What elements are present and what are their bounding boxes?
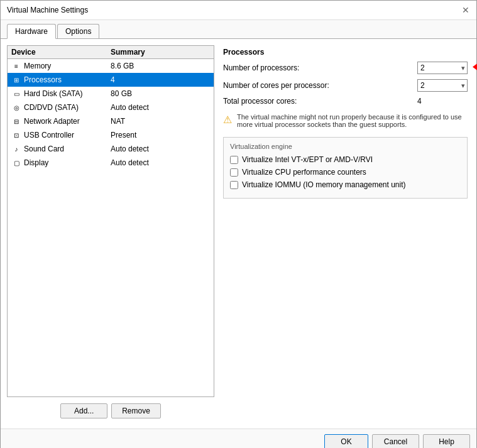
virt-option1-row: Virtualize Intel VT-x/EPT or AMD-V/RVI — [230, 155, 461, 164]
num-processors-row: Number of processors: 1 2 4 8 — [223, 62, 468, 74]
virtual-machine-settings-window: Virtual Machine Settings ✕ Hardware Opti… — [0, 0, 477, 448]
device-buttons: Add... Remove — [7, 400, 214, 422]
main-content: Device Summary ≡ Memory 8.6 GB ⊞ Process… — [1, 39, 476, 429]
device-row-soundcard[interactable]: ♪ Sound Card Auto detect — [8, 142, 214, 156]
sound-icon: ♪ — [11, 144, 21, 154]
left-panel: Device Summary ≡ Memory 8.6 GB ⊞ Process… — [7, 45, 214, 422]
processor-icon: ⊞ — [11, 75, 21, 85]
device-row-cddvd[interactable]: ◎ CD/DVD (SATA) Auto detect — [8, 101, 214, 114]
tab-hardware[interactable]: Hardware — [7, 24, 56, 39]
device-row-network[interactable]: ⊟ Network Adapter NAT — [8, 114, 214, 128]
window-title: Virtual Machine Settings — [7, 6, 88, 14]
processors-title: Processors — [223, 48, 468, 57]
total-cores-value: 4 — [417, 97, 468, 106]
num-processors-select-wrapper: 1 2 4 8 — [417, 62, 468, 74]
hdd-icon: ▭ — [11, 89, 21, 99]
virt-option3-label: Virtualize IOMMU (IO memory management u… — [242, 180, 406, 189]
virt-option2-checkbox[interactable] — [230, 168, 238, 177]
device-summary-processors: 4 — [111, 75, 210, 84]
help-button[interactable]: Help — [423, 434, 470, 448]
device-row-processors[interactable]: ⊞ Processors 4 — [8, 73, 214, 87]
device-name-processors: Processors — [24, 75, 111, 84]
virt-option1-label: Virtualize Intel VT-x/EPT or AMD-V/RVI — [242, 155, 373, 164]
cores-per-processor-select[interactable]: 1 2 4 8 — [417, 79, 468, 92]
warning-box: ⚠ The virtual machine might not run prop… — [223, 111, 468, 131]
virt-option2-label: Virtualize CPU performance counters — [242, 168, 366, 177]
device-row-usb[interactable]: ⊡ USB Controller Present — [8, 128, 214, 142]
device-name-soundcard: Sound Card — [24, 145, 111, 153]
right-panel: Processors Number of processors: 1 2 4 8 — [221, 45, 470, 422]
virt-option3-row: Virtualize IOMMU (IO memory management u… — [230, 180, 461, 189]
memory-icon: ≡ — [11, 61, 21, 71]
total-cores-row: Total processor cores: 4 — [223, 97, 468, 106]
virtualization-title: Virtualization engine — [230, 143, 461, 150]
num-processors-label: Number of processors: — [223, 63, 417, 72]
summary-col-header: Summary — [111, 48, 210, 57]
tab-bar: Hardware Options — [1, 20, 476, 39]
remove-button[interactable]: Remove — [111, 403, 161, 418]
virt-option3-checkbox[interactable] — [230, 181, 238, 189]
warning-icon: ⚠ — [223, 114, 232, 126]
device-col-header: Device — [11, 48, 111, 57]
device-summary-memory: 8.6 GB — [111, 62, 210, 70]
device-table-header: Device Summary — [8, 46, 214, 59]
network-icon: ⊟ — [11, 116, 21, 126]
device-name-network: Network Adapter — [24, 117, 111, 126]
device-summary-soundcard: Auto detect — [111, 145, 210, 153]
usb-icon: ⊡ — [11, 130, 21, 140]
cd-icon: ◎ — [11, 102, 21, 112]
total-cores-label: Total processor cores: — [223, 97, 417, 106]
device-name-display: Display — [24, 158, 111, 167]
add-button[interactable]: Add... — [60, 403, 107, 418]
cores-per-processor-select-wrapper: 1 2 4 8 — [417, 79, 468, 92]
footer-bar: OK Cancel Help — [1, 429, 476, 448]
num-processors-select[interactable]: 1 2 4 8 — [417, 62, 468, 74]
device-summary-harddisk: 80 GB — [111, 89, 210, 98]
close-button[interactable]: ✕ — [461, 6, 470, 14]
virt-option1-checkbox[interactable] — [230, 156, 238, 164]
device-row-harddisk[interactable]: ▭ Hard Disk (SATA) 80 GB — [8, 87, 214, 101]
processors-section: Processors Number of processors: 1 2 4 8 — [223, 48, 468, 131]
virt-option2-row: Virtualize CPU performance counters — [230, 168, 461, 177]
display-icon: ▢ — [11, 158, 21, 168]
device-summary-network: NAT — [111, 117, 210, 126]
device-table: Device Summary ≡ Memory 8.6 GB ⊞ Process… — [7, 45, 214, 397]
ok-button[interactable]: OK — [324, 434, 368, 448]
device-summary-cddvd: Auto detect — [111, 103, 210, 112]
device-name-cddvd: CD/DVD (SATA) — [24, 103, 111, 112]
cores-per-processor-row: Number of cores per processor: 1 2 4 8 — [223, 79, 468, 92]
device-name-memory: Memory — [24, 62, 111, 70]
svg-marker-0 — [473, 58, 477, 77]
device-name-harddisk: Hard Disk (SATA) — [24, 89, 111, 98]
title-bar: Virtual Machine Settings ✕ — [1, 1, 476, 20]
cancel-button[interactable]: Cancel — [372, 434, 419, 448]
device-row-memory[interactable]: ≡ Memory 8.6 GB — [8, 59, 214, 73]
device-summary-display: Auto detect — [111, 158, 210, 167]
warning-text: The virtual machine might not run proper… — [237, 113, 468, 128]
cores-per-processor-label: Number of cores per processor: — [223, 81, 417, 90]
tab-options[interactable]: Options — [57, 24, 99, 38]
red-arrow-indicator — [473, 58, 477, 79]
device-summary-usb: Present — [111, 131, 210, 139]
device-name-usb: USB Controller — [24, 131, 111, 139]
device-row-display[interactable]: ▢ Display Auto detect — [8, 156, 214, 170]
virtualization-section: Virtualization engine Virtualize Intel V… — [223, 137, 468, 199]
